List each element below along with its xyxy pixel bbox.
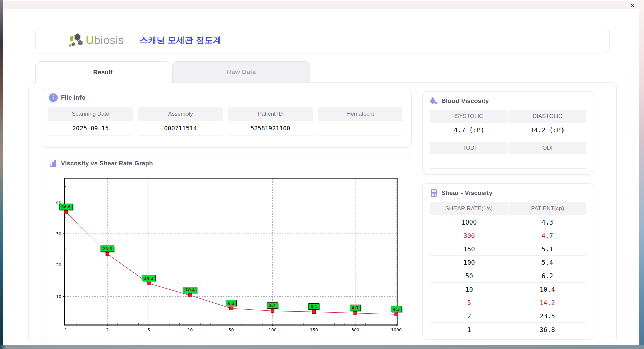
app-title: 스캐닝 모세관 점도계 — [140, 35, 221, 46]
chart-point-marker — [106, 252, 109, 256]
calculator-icon — [429, 189, 438, 197]
file-info-field-patient-id: Patient ID52581921100 — [228, 107, 313, 135]
chart-point-label: 4.3 — [393, 307, 400, 312]
blood-viscosity-group: SYSTOLICDIASTOLIC4.7 (cP)14.2 (cP) — [430, 110, 586, 137]
table-row: 1005.4 — [430, 256, 586, 269]
field-value — [318, 121, 402, 135]
chart-y-tick-label: 10 — [56, 294, 61, 299]
metric-label-systolic: SYSTOLIC — [430, 110, 508, 123]
file-info-title-row: i File Info — [42, 88, 411, 102]
file-info-field-scanning-date: Scanning Date2025-09-15 — [48, 107, 133, 135]
chart-point-marker — [312, 310, 316, 314]
blood-viscosity-group: TODIODI–– — [430, 142, 586, 169]
desktop-background: ✕ Ubiosis 스캐닝 모세관 점도계 Result Raw Data i — [0, 0, 644, 349]
cell-shear-rate: 10 — [430, 283, 508, 296]
tab-result[interactable]: Result — [35, 61, 170, 83]
cell-shear-rate: 300 — [430, 229, 508, 242]
chart-y-tick-label: 20 — [56, 262, 61, 267]
shear-table: SHEAR RATE(1/s) PATIENT(cp) 10004.33004.… — [430, 202, 586, 336]
field-label: Patient ID — [228, 107, 313, 121]
tab-raw-data[interactable]: Raw Data — [172, 61, 310, 83]
blood-viscosity-value-row: –– — [430, 154, 586, 169]
field-value: 52581921100 — [228, 121, 313, 135]
metric-value-diastolic: 14.2 (cP) — [508, 123, 586, 137]
cell-shear-rate: 2 — [430, 309, 508, 323]
wallpaper-right-edge — [639, 0, 644, 349]
logo-text-rest: biosis — [94, 34, 124, 46]
chart-point-label: 23.5 — [103, 247, 112, 251]
chart-point-label: 5.4 — [269, 303, 276, 308]
logo-letter-u: U — [86, 34, 94, 46]
chart-point-marker — [395, 313, 398, 316]
blood-viscosity-groups: SYSTOLICDIASTOLIC4.7 (cP)14.2 (cP)TODIOD… — [423, 105, 594, 169]
blood-viscosity-card: Blood Viscosity SYSTOLICDIASTOLIC4.7 (cP… — [422, 91, 594, 174]
blood-viscosity-title: Blood Viscosity — [441, 97, 489, 105]
header-card: Ubiosis 스캐닝 모세관 점도계 — [35, 27, 610, 53]
viscosity-chart-svg: 102030401251050100150300100036.823.514.2… — [48, 173, 402, 337]
chart-point-marker — [271, 309, 274, 313]
cell-shear-rate: 100 — [430, 256, 508, 269]
file-info-card: i File Info Scanning Date2025-09-15Assem… — [42, 88, 412, 148]
table-row: 514.2 — [430, 296, 586, 309]
cell-patient: 23.5 — [508, 309, 586, 323]
blood-viscosity-title-row: Blood Viscosity — [423, 92, 594, 105]
metric-value-odi: – — [508, 154, 586, 169]
app-window: ✕ Ubiosis 스캐닝 모세관 점도계 Result Raw Data i — [3, 0, 639, 345]
bar-chart-icon — [49, 159, 58, 168]
blood-viscosity-value-row: 4.7 (cP)14.2 (cP) — [430, 123, 586, 137]
chart-point-label: 14.2 — [144, 276, 153, 281]
graph-title: Viscosity vs Shear Rate Graph — [61, 160, 153, 167]
viscosity-chart: 102030401251050100150300100036.823.514.2… — [48, 173, 404, 337]
window-titlebar: ✕ — [3, 1, 639, 9]
chart-point-marker — [147, 282, 150, 285]
field-value: 2025-09-15 — [48, 121, 133, 135]
file-info-title: File Info — [61, 94, 86, 101]
chart-point-label: 6.2 — [228, 301, 234, 306]
metric-value-todi: – — [430, 154, 508, 169]
graph-title-row: Viscosity vs Shear Rate Graph — [42, 154, 411, 168]
chart-x-tick-label: 5 — [147, 327, 150, 332]
shear-table-col-shear-rate: SHEAR RATE(1/s) — [430, 202, 508, 215]
shear-table-body: 10004.33004.71505.11005.4506.21010.4514.… — [430, 215, 586, 336]
chart-x-tick-label: 50 — [229, 327, 234, 332]
chart-x-tick-label: 150 — [310, 327, 318, 332]
table-row: 506.2 — [430, 269, 586, 283]
cell-shear-rate: 1000 — [430, 215, 508, 229]
close-button[interactable]: ✕ — [628, 2, 637, 9]
field-value: 000711514 — [138, 121, 223, 135]
blood-viscosity-header-row: SYSTOLICDIASTOLIC — [430, 110, 586, 123]
cell-shear-rate: 1 — [430, 323, 508, 336]
file-info-field-assembly: Assembly000711514 — [138, 107, 223, 135]
chart-x-tick-label: 2 — [106, 327, 109, 332]
chart-point-marker — [354, 311, 357, 315]
cell-patient: 6.2 — [508, 269, 586, 283]
cell-shear-rate: 50 — [430, 269, 508, 283]
shear-table-col-patient: PATIENT(cp) — [508, 202, 586, 215]
file-info-fields: Scanning Date2025-09-15Assembly000711514… — [42, 102, 411, 135]
chart-point-marker — [230, 307, 233, 310]
chart-x-tick-label: 300 — [351, 327, 359, 332]
cell-shear-rate: 150 — [430, 242, 508, 256]
table-row: 3004.7 — [430, 229, 586, 242]
chart-x-tick-label: 1000 — [391, 327, 402, 332]
field-label: Assembly — [138, 107, 223, 121]
content-panel: i File Info Scanning Date2025-09-15Assem… — [28, 82, 617, 343]
field-label: Scanning Date — [48, 107, 133, 121]
chart-point-label: 5.1 — [311, 304, 317, 309]
table-row: 1505.1 — [430, 242, 586, 256]
table-row: 1010.4 — [430, 283, 586, 296]
chart-point-label: 10.4 — [185, 288, 195, 292]
chart-x-tick-label: 100 — [269, 327, 277, 332]
cell-patient: 10.4 — [508, 283, 586, 296]
chart-point-label: 4.7 — [352, 306, 359, 310]
shear-viscosity-card: Shear - Viscosity SHEAR RATE(1/s) PATIEN… — [422, 183, 594, 340]
droplets-icon — [429, 97, 438, 105]
field-label: Hematocrit — [318, 107, 402, 121]
metric-label-odi: ODI — [508, 142, 586, 154]
chart-x-tick-label: 10 — [187, 327, 193, 332]
cell-patient: 5.1 — [508, 242, 586, 256]
wallpaper-left-edge — [0, 0, 3, 349]
metric-label-diastolic: DIASTOLIC — [508, 110, 586, 123]
chart-point-marker — [64, 210, 68, 214]
chart-point-label: 36.8 — [61, 205, 71, 209]
